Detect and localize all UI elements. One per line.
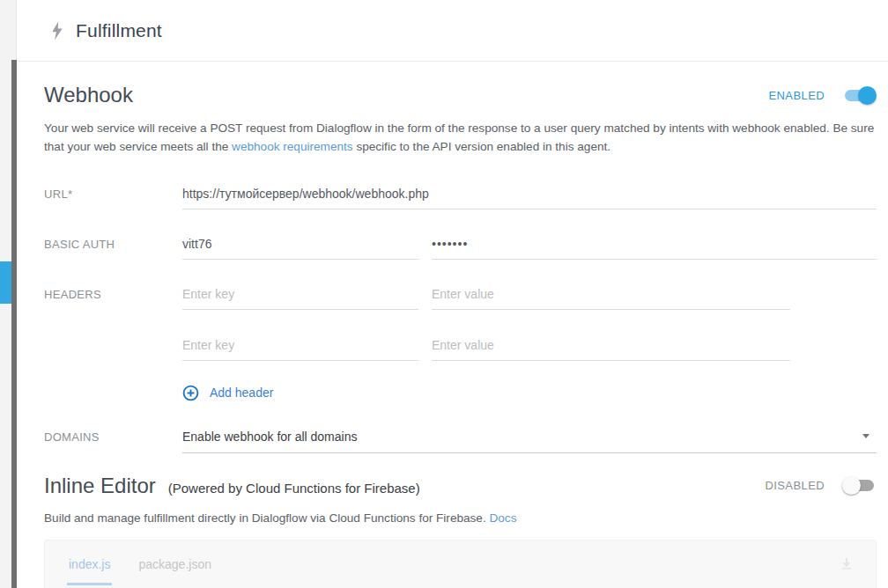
add-header-button[interactable]: Add header — [182, 381, 273, 405]
header-pair-row — [182, 280, 877, 310]
basic-auth-label: BASIC AUTH — [44, 230, 182, 251]
domains-label: DOMAINS — [44, 423, 182, 444]
tab-package-json[interactable]: package.json — [137, 540, 213, 585]
inline-editor-toggle[interactable] — [842, 476, 877, 495]
header-value-input[interactable] — [432, 331, 790, 361]
inline-editor-description: Build and manage fulfillment directly in… — [44, 511, 877, 525]
basic-auth-username-input[interactable] — [182, 230, 418, 260]
headers-label: HEADERS — [44, 280, 182, 301]
url-input[interactable] — [182, 180, 877, 209]
description-text: specific to the API version enabled in t… — [353, 140, 610, 153]
page-header: Fulfillment — [17, 0, 888, 62]
inline-editor-status-label: DISABLED — [765, 479, 825, 492]
url-label: URL* — [44, 180, 182, 201]
webhook-description: Your web service will receive a POST req… — [44, 119, 877, 157]
toggle-knob — [858, 86, 877, 105]
docs-link[interactable]: Docs — [489, 511, 516, 525]
webhook-enable-toggle[interactable] — [842, 86, 877, 105]
add-header-label: Add header — [210, 386, 273, 400]
domains-select[interactable]: Enable webhook for all domains — [182, 423, 877, 453]
page-title: Fulfillment — [76, 20, 162, 41]
webhook-status-label: ENABLED — [769, 89, 825, 102]
header-value-input[interactable] — [432, 280, 790, 310]
inline-editor-panel: index.js package.json — [44, 540, 877, 588]
plus-circle-icon — [182, 385, 199, 401]
inline-editor-section: Inline Editor (Powered by Cloud Function… — [44, 474, 877, 588]
domains-selected-option: Enable webhook for all domains — [182, 430, 357, 444]
description-text: Build and manage fulfillment directly in… — [44, 511, 486, 525]
webhook-requirements-link[interactable]: webhook requirements — [232, 140, 353, 153]
dropdown-arrow-icon — [862, 434, 870, 438]
url-row: URL* — [44, 180, 877, 209]
inline-editor-subtitle: (Powered by Cloud Functions for Firebase… — [168, 481, 420, 496]
toggle-knob — [842, 476, 861, 495]
main-content: Webhook ENABLED Your web service will re… — [17, 83, 888, 588]
fulfillment-bolt-icon — [49, 19, 65, 42]
sidebar-active-indicator[interactable] — [0, 261, 11, 304]
download-icon[interactable] — [839, 556, 855, 572]
editor-tabbar: index.js package.json — [45, 540, 876, 585]
webhook-form: URL* BASIC AUTH HEADERS — [44, 180, 877, 453]
webhook-section-title: Webhook — [44, 83, 133, 107]
header-key-input[interactable] — [182, 280, 418, 310]
header-pair-row — [182, 331, 877, 361]
fulfillment-page: Fulfillment Webhook ENABLED Your web ser… — [17, 0, 888, 588]
basic-auth-password-input[interactable] — [432, 230, 877, 260]
webhook-section: Webhook ENABLED Your web service will re… — [44, 83, 877, 453]
headers-row: HEADERS — [44, 280, 877, 361]
domains-row: DOMAINS Enable webhook for all domains — [44, 423, 877, 453]
tab-index-js[interactable]: index.js — [67, 540, 112, 585]
header-key-input[interactable] — [182, 331, 418, 361]
basic-auth-row: BASIC AUTH — [44, 230, 877, 260]
inline-editor-title: Inline Editor — [44, 474, 156, 498]
